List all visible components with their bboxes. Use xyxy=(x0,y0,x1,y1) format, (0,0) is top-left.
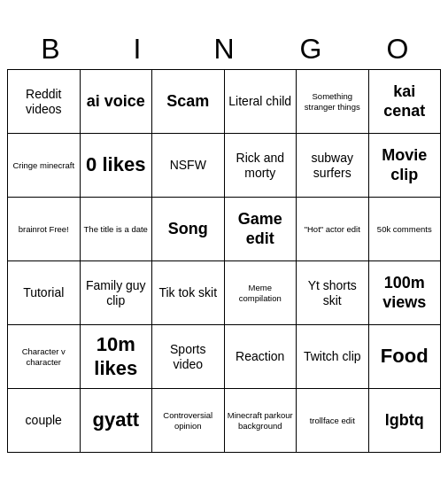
bingo-cell: kai cenat xyxy=(369,70,442,134)
bingo-cell: gyatt xyxy=(81,389,153,453)
bingo-cell: brainrot Free! xyxy=(8,198,81,261)
bingo-cell: Minecraft parkour background xyxy=(225,389,297,453)
cell-text: Tik tok skit xyxy=(158,285,217,300)
cell-text: 0 likes xyxy=(86,153,145,176)
bingo-cell: Twitch clip xyxy=(297,325,369,389)
bingo-cell: Movie clip xyxy=(369,134,442,198)
cell-text: Twitch clip xyxy=(304,349,361,364)
cell-text: subway surfers xyxy=(299,151,366,181)
cell-text: Food xyxy=(381,345,429,368)
cell-text: Movie clip xyxy=(372,146,438,184)
bingo-cell: Rick and morty xyxy=(225,134,297,198)
cell-text: Rick and morty xyxy=(228,151,294,181)
cell-text: Cringe minecraft xyxy=(12,160,74,170)
title-letter: N xyxy=(192,33,256,66)
bingo-cell: 0 likes xyxy=(81,134,153,198)
title-letter: B xyxy=(19,33,82,66)
bingo-cell: lgbtq xyxy=(369,389,442,453)
bingo-cell: Meme compilation xyxy=(225,261,297,325)
cell-text: Reaction xyxy=(236,349,284,364)
cell-text: Controversial opinion xyxy=(155,410,221,431)
title-letter: O xyxy=(366,33,429,66)
bingo-cell: Scam xyxy=(152,70,225,134)
cell-text: NSFW xyxy=(170,158,206,173)
bingo-cell: Tutorial xyxy=(8,261,81,325)
cell-text: lgbtq xyxy=(385,411,424,431)
cell-text: Something stranger things xyxy=(299,91,366,112)
bingo-cell: trollface edit xyxy=(297,389,369,453)
cell-text: "Hot" actor edit xyxy=(305,224,360,234)
bingo-cell: Food xyxy=(369,325,442,389)
cell-text: Minecraft parkour background xyxy=(228,410,294,431)
cell-text: The title is a date xyxy=(84,224,148,234)
bingo-cell: Controversial opinion xyxy=(152,389,225,453)
bingo-cell: 100m views xyxy=(369,261,442,325)
bingo-cell: The title is a date xyxy=(81,198,153,261)
cell-text: Yt shorts skit xyxy=(299,278,366,308)
cell-text: ai voice xyxy=(87,92,145,112)
cell-text: Character v character xyxy=(11,346,77,367)
bingo-cell: Song xyxy=(152,198,225,261)
bingo-cell: 50k comments xyxy=(369,198,442,261)
cell-text: Sports video xyxy=(155,342,221,372)
bingo-cell: Family guy clip xyxy=(81,261,153,325)
cell-text: brainrot Free! xyxy=(19,224,69,234)
cell-text: trollface edit xyxy=(310,416,355,425)
cell-text: Tutorial xyxy=(23,285,64,300)
cell-text: 10m likes xyxy=(83,333,150,380)
bingo-cell: Game edit xyxy=(225,198,297,261)
bingo-cell: couple xyxy=(8,389,81,453)
title-letter: I xyxy=(105,33,169,66)
bingo-cell: Reaction xyxy=(225,325,297,389)
cell-text: Meme compilation xyxy=(228,283,294,303)
bingo-cell: subway surfers xyxy=(297,134,369,198)
bingo-cell: Tik tok skit xyxy=(152,261,225,325)
bingo-cell: 10m likes xyxy=(81,325,153,389)
cell-text: gyatt xyxy=(92,408,139,431)
bingo-cell: Yt shorts skit xyxy=(297,261,369,325)
bingo-cell: NSFW xyxy=(152,134,225,198)
cell-text: Song xyxy=(168,220,208,239)
bingo-cell: Reddit videos xyxy=(8,70,81,134)
cell-text: Reddit videos xyxy=(11,87,77,117)
title-letter: G xyxy=(279,33,343,66)
bingo-cell: "Hot" actor edit xyxy=(297,198,369,261)
bingo-title: BINGO xyxy=(7,29,441,69)
cell-text: kai cenat xyxy=(372,82,438,120)
bingo-card: BINGO Reddit videosai voiceScamLiteral c… xyxy=(7,29,441,453)
cell-text: Game edit xyxy=(228,210,294,248)
cell-text: Scam xyxy=(166,92,209,112)
cell-text: couple xyxy=(26,413,62,428)
bingo-cell: Cringe minecraft xyxy=(8,134,81,198)
bingo-cell: Literal child xyxy=(225,70,297,134)
cell-text: 50k comments xyxy=(377,224,432,234)
cell-text: Family guy clip xyxy=(83,278,150,308)
bingo-cell: ai voice xyxy=(81,70,153,134)
cell-text: Literal child xyxy=(228,94,291,109)
bingo-cell: Character v character xyxy=(8,325,81,389)
bingo-cell: Sports video xyxy=(152,325,225,389)
bingo-grid: Reddit videosai voiceScamLiteral childSo… xyxy=(7,69,441,453)
bingo-cell: Something stranger things xyxy=(297,70,369,134)
cell-text: 100m views xyxy=(372,274,438,312)
